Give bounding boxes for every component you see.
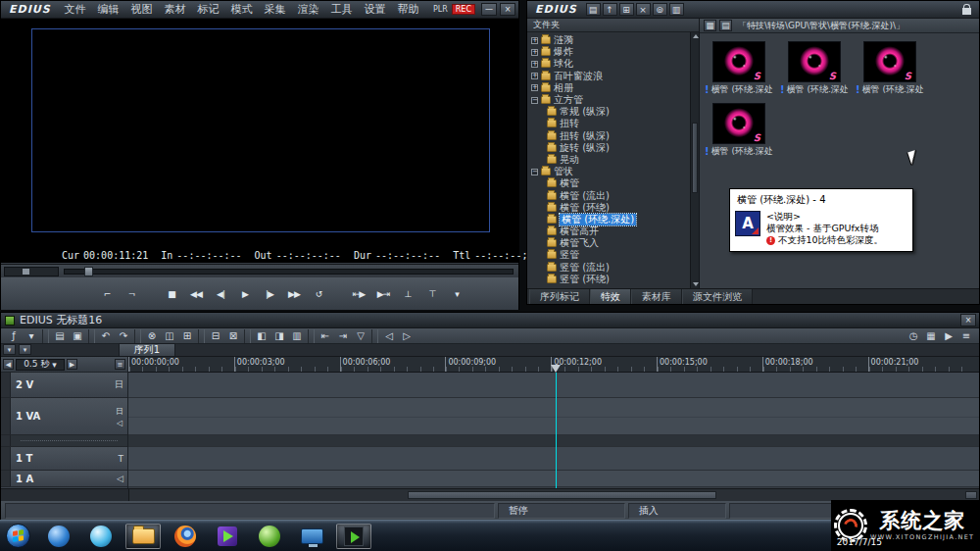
close-button[interactable]: × — [960, 314, 976, 326]
tree-item[interactable]: 竖管 (流出) — [527, 262, 689, 274]
list-view-icon[interactable]: ▤ — [719, 20, 732, 31]
playhead-marker-icon[interactable] — [551, 365, 561, 373]
speaker-icon[interactable]: ◁ — [117, 419, 122, 427]
tab-bin[interactable]: 素材库 — [631, 289, 682, 304]
folders-tab[interactable]: 文件夹 — [527, 19, 699, 32]
track-row-1a[interactable]: 1 A ◁ — [1, 471, 127, 487]
new-folder-icon[interactable]: ▤ — [586, 3, 601, 16]
redo-icon[interactable]: ↷ — [115, 329, 132, 343]
jump-icon[interactable]: ▷ — [398, 329, 416, 343]
rewind-icon[interactable]: ◀◀ — [188, 286, 204, 302]
effects-dropdown-icon[interactable]: ▾ — [23, 329, 40, 343]
sequence-tab[interactable]: 序列1 — [119, 343, 175, 356]
play-timeline-icon[interactable]: ▶ — [940, 329, 957, 343]
audio-mixer-icon[interactable]: ▥ — [288, 329, 306, 343]
cut-icon[interactable]: ⊗ — [143, 329, 161, 343]
zoom-out-icon[interactable]: ◀ — [3, 359, 14, 370]
mark-out-icon[interactable]: ⇥ — [334, 329, 352, 343]
tree-item[interactable]: 竖管 (环绕) — [527, 274, 689, 285]
tree-item[interactable]: − 立方管 — [527, 94, 689, 106]
mark-in-icon[interactable]: ⇤ — [317, 329, 334, 343]
effect-thumbnail[interactable]: S ! 横管 (环绕.深处.. — [857, 41, 923, 96]
delete-icon[interactable]: ⊠ — [224, 329, 242, 343]
menu-item[interactable]: 素材 — [159, 1, 192, 18]
tree-item[interactable]: 常规 (纵深) — [527, 106, 689, 118]
menu-item[interactable]: 采集 — [259, 1, 292, 18]
video-display-icon[interactable]: 日 — [115, 378, 123, 391]
lock-icon[interactable] — [962, 8, 971, 15]
tree-item[interactable]: 横管 (流出) — [527, 189, 689, 201]
expander-icon[interactable]: − — [531, 97, 538, 104]
track-lanes[interactable] — [128, 373, 979, 488]
undo-icon[interactable]: ↶ — [97, 329, 115, 343]
plr-mode-badge[interactable]: PLR — [433, 5, 448, 14]
shuttle-icon[interactable]: ⊤ — [424, 286, 440, 302]
goto-in-icon[interactable]: ⇤▶ — [351, 286, 367, 302]
toolbar-separator[interactable] — [134, 329, 141, 343]
loop-in-icon[interactable]: ⌐ — [99, 286, 115, 302]
taskbar-edius-icon[interactable] — [336, 524, 371, 549]
loop-play-icon[interactable]: ↺ — [311, 286, 326, 302]
tab-sequence-marks[interactable]: 序列标记 — [529, 289, 590, 304]
expander-icon[interactable]: + — [531, 73, 538, 79]
tree-item[interactable]: 晃动 — [527, 154, 689, 166]
prev-frame-icon[interactable]: ◀| — [213, 286, 228, 302]
tree-scrollbar[interactable] — [690, 32, 699, 288]
minimize-button[interactable]: — — [481, 3, 497, 16]
tree-item[interactable]: 横管 (环绕.深处) — [527, 214, 689, 225]
paste-icon[interactable]: ⊞ — [178, 329, 196, 343]
tree-item[interactable]: + 百叶窗波浪 — [527, 71, 689, 82]
position-slider[interactable] — [64, 269, 514, 275]
menu-item[interactable]: 视图 — [125, 1, 159, 18]
sequence-prev-icon[interactable]: ▾ — [3, 344, 16, 355]
taskbar-mediaplayer-icon[interactable] — [210, 524, 245, 549]
toolbar-separator[interactable] — [371, 329, 378, 343]
track-row-2v[interactable]: 2 V 日 — [1, 373, 127, 398]
track-row-1va[interactable]: 1 VA 日 ◁ — [1, 398, 127, 435]
taskbar-explorer-icon[interactable] — [125, 524, 161, 549]
up-folder-icon[interactable]: ↑ — [603, 3, 617, 16]
add-marker-icon[interactable]: ▽ — [352, 329, 369, 343]
goto-out-icon[interactable]: ▶⇥ — [375, 286, 391, 302]
timescale-select[interactable]: 0.5 秒 ▾ — [16, 359, 65, 371]
expander-icon[interactable]: + — [531, 49, 538, 56]
tree-item[interactable]: 横管 — [527, 177, 689, 189]
menu-item[interactable]: 工具 — [325, 1, 359, 18]
sequence-list-icon[interactable]: ▾ — [19, 344, 31, 355]
effect-thumbnail[interactable]: S ! 横管 (环绕.深处.. — [706, 41, 772, 96]
fast-forward-icon[interactable]: ▶▶ — [286, 286, 302, 302]
add-folder-icon[interactable]: ⊞ — [619, 3, 634, 16]
lane-2v[interactable] — [128, 373, 979, 398]
next-frame-icon[interactable]: |▶ — [262, 286, 277, 302]
effects-icon[interactable]: ƒ — [5, 329, 23, 343]
effect-thumbnail[interactable]: S ! 横管 (环绕.深处.. — [706, 103, 772, 158]
lane-1t[interactable] — [128, 447, 979, 471]
menu-item[interactable]: 标记 — [192, 1, 225, 18]
expander-icon[interactable]: + — [531, 61, 538, 68]
effect-thumbnail[interactable]: S ! 横管 (环绕.深处.. — [781, 41, 848, 96]
toolbar-separator[interactable] — [88, 329, 95, 343]
hscrollbar-thumb[interactable] — [408, 491, 716, 499]
taskbar-browser-icon[interactable] — [252, 524, 287, 549]
hscrollbar-end-button[interactable] — [965, 491, 977, 499]
play-icon[interactable]: ▶ — [237, 286, 253, 302]
ripple-delete-icon[interactable]: ⊟ — [207, 329, 224, 343]
expander-icon[interactable]: + — [531, 37, 538, 44]
tree-item[interactable]: 横管 (环绕) — [527, 202, 689, 214]
save-project-icon[interactable]: ▣ — [69, 329, 86, 343]
tree-item[interactable]: + 球化 — [527, 58, 689, 70]
toolbar-spacer[interactable] — [416, 329, 905, 343]
settings-icon[interactable]: ⊚ — [653, 3, 667, 16]
shuttle-thumb[interactable] — [23, 269, 29, 275]
taskbar-app-blue-icon[interactable] — [41, 524, 76, 549]
toolbar-separator[interactable] — [42, 329, 49, 343]
start-button[interactable] — [6, 524, 30, 548]
taskbar-firefox-icon[interactable] — [168, 524, 203, 549]
toolbar-separator[interactable] — [308, 329, 315, 343]
divider-handle-icon[interactable] — [21, 440, 118, 441]
tree-item[interactable]: 旋转 (纵深) — [527, 142, 689, 154]
jog-icon[interactable]: ⊥ — [400, 286, 416, 302]
menu-item[interactable]: 编辑 — [92, 1, 125, 18]
menu-item[interactable]: 设置 — [359, 1, 392, 18]
timeline-ruler[interactable]: 00:00:00;00 00:00:03;00 00:00:06;00 00:0… — [128, 357, 979, 373]
